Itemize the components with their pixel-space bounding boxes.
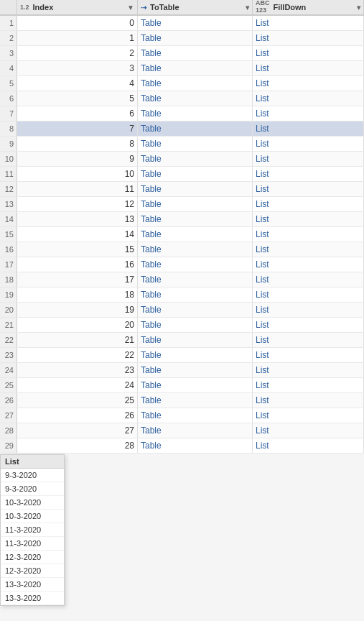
cell-totable: Table: [138, 212, 253, 226]
table-row[interactable]: 26 25 Table List: [0, 393, 364, 408]
table-row[interactable]: 17 16 Table List: [0, 257, 364, 272]
row-number: 11: [0, 167, 17, 181]
cell-index: 28: [17, 438, 138, 453]
cell-index: 22: [17, 348, 138, 362]
header-filldown-label: FillDown: [274, 3, 307, 12]
cell-filldown: List: [253, 182, 364, 196]
header-filldown[interactable]: ABC123 FillDown ▾: [253, 0, 364, 14]
table-row[interactable]: 21 20 Table List: [0, 318, 364, 333]
cell-index: 12: [17, 197, 138, 211]
cell-filldown: List: [253, 46, 364, 60]
table-row[interactable]: 9 8 Table List: [0, 137, 364, 152]
cell-filldown: List: [253, 197, 364, 211]
table-row[interactable]: 4 3 Table List: [0, 61, 364, 76]
cell-totable: Table: [138, 378, 253, 392]
table-row[interactable]: 20 19 Table List: [0, 303, 364, 318]
cell-index: 15: [17, 242, 138, 257]
index-sort-icon[interactable]: ▼: [127, 4, 134, 12]
header-index[interactable]: 1.2 Index ▼: [17, 0, 138, 14]
cell-filldown: List: [253, 333, 364, 347]
cell-filldown: List: [253, 91, 364, 106]
cell-index: 2: [17, 46, 138, 60]
list-item[interactable]: 12-3-2020: [1, 551, 64, 564]
table-row[interactable]: 3 2 Table List: [0, 46, 364, 61]
cell-totable: Table: [138, 318, 253, 332]
cell-index: 9: [17, 152, 138, 166]
list-item[interactable]: 11-3-2020: [1, 537, 64, 551]
list-item[interactable]: 13-3-2020: [1, 578, 64, 592]
list-item[interactable]: 9-3-2020: [1, 482, 64, 496]
table-row[interactable]: 23 22 Table List: [0, 348, 364, 363]
filldown-menu-icon[interactable]: ▾: [357, 4, 360, 12]
cell-totable: Table: [138, 197, 253, 211]
row-number: 4: [0, 61, 17, 75]
cell-index: 10: [17, 167, 138, 181]
list-item[interactable]: 10-3-2020: [1, 510, 64, 523]
list-item[interactable]: 13-3-2020: [1, 592, 64, 605]
cell-filldown: List: [253, 16, 364, 30]
cell-filldown: List: [253, 288, 364, 302]
row-number: 22: [0, 333, 17, 347]
cell-totable: Table: [138, 76, 253, 91]
table-row[interactable]: 8 7 Table List: [0, 121, 364, 137]
cell-totable: Table: [138, 408, 253, 423]
filldown-type-icon: ABC123: [256, 0, 270, 14]
cell-index: 3: [17, 61, 138, 75]
table-row[interactable]: 13 12 Table List: [0, 197, 364, 212]
table-row[interactable]: 2 1 Table List: [0, 31, 364, 46]
cell-totable: Table: [138, 227, 253, 242]
cell-filldown: List: [253, 423, 364, 438]
table-row[interactable]: 6 5 Table List: [0, 91, 364, 106]
list-item[interactable]: 12-3-2020: [1, 564, 64, 578]
cell-index: 6: [17, 106, 138, 121]
table-row[interactable]: 7 6 Table List: [0, 106, 364, 121]
row-number: 19: [0, 288, 17, 302]
cell-filldown: List: [253, 61, 364, 75]
table-row[interactable]: 16 15 Table List: [0, 242, 364, 257]
cell-index: 8: [17, 137, 138, 151]
table-row[interactable]: 11 10 Table List: [0, 167, 364, 182]
table-row[interactable]: 18 17 Table List: [0, 272, 364, 288]
table-row[interactable]: 10 9 Table List: [0, 152, 364, 167]
cell-index: 27: [17, 423, 138, 438]
cell-totable: Table: [138, 288, 253, 302]
table-row[interactable]: 5 4 Table List: [0, 76, 364, 91]
dropdown-panel: List 9-3-20209-3-202010-3-202010-3-20201…: [0, 454, 65, 606]
table-row[interactable]: 22 21 Table List: [0, 333, 364, 348]
table-row[interactable]: 27 26 Table List: [0, 408, 364, 423]
cell-index: 7: [17, 121, 138, 136]
list-item[interactable]: 9-3-2020: [1, 469, 64, 482]
cell-totable: Table: [138, 46, 253, 60]
table-row[interactable]: 19 18 Table List: [0, 288, 364, 303]
table-row[interactable]: 1 0 Table List: [0, 16, 364, 31]
cell-index: 20: [17, 318, 138, 332]
table-row[interactable]: 24 23 Table List: [0, 363, 364, 378]
totable-menu-icon[interactable]: ▾: [246, 4, 249, 12]
cell-totable: Table: [138, 348, 253, 362]
table-row[interactable]: 14 13 Table List: [0, 212, 364, 227]
cell-filldown: List: [253, 393, 364, 408]
dropdown-header: List: [1, 455, 64, 469]
cell-filldown: List: [253, 152, 364, 166]
row-number: 17: [0, 257, 17, 272]
cell-totable: Table: [138, 393, 253, 408]
cell-filldown: List: [253, 363, 364, 377]
header-index-label: Index: [33, 3, 54, 12]
list-item[interactable]: 11-3-2020: [1, 523, 64, 537]
table-row[interactable]: 29 28 Table List: [0, 438, 364, 454]
table-row[interactable]: 15 14 Table List: [0, 227, 364, 242]
row-number: 12: [0, 182, 17, 196]
cell-totable: Table: [138, 438, 253, 453]
cell-filldown: List: [253, 303, 364, 317]
table-row[interactable]: 28 27 Table List: [0, 423, 364, 438]
list-item[interactable]: 10-3-2020: [1, 496, 64, 510]
row-number: 3: [0, 46, 17, 60]
table-row[interactable]: 25 24 Table List: [0, 378, 364, 393]
header-totable[interactable]: ⇢ ToTable ▾: [138, 0, 253, 14]
cell-totable: Table: [138, 31, 253, 45]
row-number: 1: [0, 16, 17, 30]
row-number: 7: [0, 106, 17, 121]
table-row[interactable]: 12 11 Table List: [0, 182, 364, 197]
totable-type-icon: ⇢: [141, 4, 146, 12]
cell-totable: Table: [138, 91, 253, 106]
